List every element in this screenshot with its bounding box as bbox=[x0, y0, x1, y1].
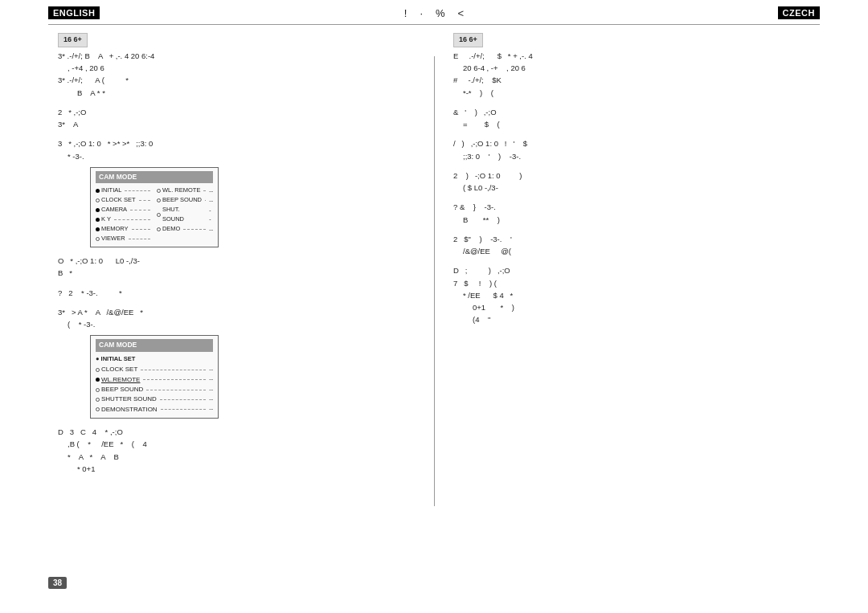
left-section3: 3 * ,-;O 1: 0 * >* >* ;;3: 0 * -3-. CAM … bbox=[58, 138, 424, 247]
cam-label-beep: BEEP SOUND bbox=[162, 195, 202, 205]
left-s7-l3: * A * A B bbox=[58, 452, 424, 463]
dot-demo bbox=[157, 227, 161, 231]
left-section2: 2 * ,-;O 3* A bbox=[58, 107, 424, 131]
dot2-beep bbox=[96, 388, 100, 392]
dot2-clock bbox=[96, 368, 100, 372]
cam-mode-title1: CAM MODE bbox=[96, 171, 213, 183]
dash13 bbox=[146, 390, 206, 390]
left-s1-l4: B A * * bbox=[58, 88, 424, 99]
right-s2-l2: = $ ( bbox=[453, 119, 810, 130]
cam-mode-box1: CAM MODE INITIAL CLOCK SET bbox=[90, 167, 219, 247]
dot-wlr bbox=[157, 189, 161, 193]
dot2-shutter bbox=[96, 398, 100, 402]
left-s7-l1: D 3 C 4 * ,-;O bbox=[58, 427, 424, 438]
left-section1: 16 6+ 3* .-/+/; B A + ,-. 4 20 6:-4 , -+… bbox=[58, 33, 424, 99]
cv8: -- bbox=[209, 395, 213, 404]
left-s6-l2: ( * -3-. bbox=[58, 319, 424, 330]
right-sec1-header: 16 6+ bbox=[453, 33, 483, 47]
cam-label-clock: CLOCK SET bbox=[101, 195, 136, 205]
cam-col-left1: INITIAL CLOCK SET CAMERA bbox=[96, 186, 152, 243]
cam-item-ky: K Y bbox=[96, 215, 152, 224]
right-s3-l1: / ) ,-;O 1: 0 ! ' $ bbox=[453, 138, 810, 149]
cam-mode-box2: CAM MODE ● INITIAL SET CLOCK SET -- WL.R… bbox=[90, 335, 219, 419]
page-container: ENGLISH ! · % < CZECH 16 6+ 3* .-/+/; B … bbox=[0, 0, 868, 613]
left-s2-l2: 3* A bbox=[58, 119, 424, 130]
cam2-item-demo: DEMONSTRATION -- bbox=[96, 405, 213, 415]
right-s5-l1: ? & } -3-. bbox=[453, 202, 810, 213]
cam-item-viewer: VIEWER bbox=[96, 234, 152, 243]
cam-col-right1: WL. REMOTE -- BEEP SOUND -- bbox=[157, 186, 213, 243]
cv9: -- bbox=[209, 405, 213, 414]
cv2: -- bbox=[209, 196, 213, 205]
cam-item-memory: MEMORY bbox=[96, 224, 152, 234]
cv7: -- bbox=[209, 386, 213, 394]
cam-item-wlremote: WL. REMOTE -- bbox=[157, 186, 213, 195]
dash4 bbox=[114, 219, 150, 220]
cam2-item-shutter: SHUTTER SOUND -- bbox=[96, 394, 213, 404]
left-s4-l1: O * ,-;O 1: 0 L0 -,/3- bbox=[58, 255, 424, 267]
cam-item-clockset: CLOCK SET bbox=[96, 195, 152, 205]
right-section2: & ' ) ,-;O = $ ( bbox=[453, 107, 810, 131]
dash12 bbox=[143, 379, 206, 380]
left-sec1-header: 16 6+ bbox=[58, 33, 88, 47]
exclaim-icon: ! bbox=[404, 7, 407, 19]
left-s2-l1: 2 * ,-;O bbox=[58, 107, 424, 118]
right-section3: / ) ,-;O 1: 0 ! ' $ ;;3: 0 ' ) -3-. bbox=[453, 138, 810, 162]
page-number: 38 bbox=[48, 577, 67, 589]
cam-label-camera: CAMERA bbox=[101, 205, 127, 215]
right-s7-l5: (4 " bbox=[453, 314, 810, 325]
right-s7-l3: * /EE $ 4 * bbox=[453, 290, 810, 301]
dash7 bbox=[203, 190, 206, 191]
cam-label-wlremote: WL. REMOTE bbox=[162, 186, 201, 195]
right-section7: D ; ) ,-;O 7 $ ! ) ( * /EE $ 4 * 0+1 * )… bbox=[453, 265, 810, 325]
dash3 bbox=[130, 210, 150, 210]
cam-item-initial: INITIAL bbox=[96, 186, 152, 195]
cam-mode-rows1: INITIAL CLOCK SET CAMERA bbox=[96, 186, 213, 243]
czech-badge: CZECH bbox=[778, 6, 820, 19]
cam-item-camera: CAMERA bbox=[96, 205, 152, 215]
right-s1-l4: *-* ) ( bbox=[453, 88, 810, 99]
right-s1-l3: # -./+/; $K bbox=[453, 75, 810, 86]
left-section4: O * ,-;O 1: 0 L0 -,/3- B * bbox=[58, 255, 424, 280]
cam-item-beep: BEEP SOUND -- bbox=[157, 195, 213, 205]
cam2-item-clock: CLOCK SET -- bbox=[96, 365, 213, 374]
dash5 bbox=[132, 229, 150, 230]
dot-clock bbox=[96, 198, 100, 202]
left-s6-l1: 3* > A * A /&@/EE * bbox=[58, 307, 424, 318]
cam-label-memory: MEMORY bbox=[101, 224, 129, 234]
cam-initial-set: ● INITIAL SET bbox=[96, 354, 213, 364]
percent-icon: % bbox=[436, 7, 445, 19]
right-s6-l2: /&@/EE @( bbox=[453, 246, 810, 257]
right-s7-l4: 0+1 * ) bbox=[453, 302, 810, 313]
header-bar: ENGLISH ! · % < CZECH bbox=[0, 0, 868, 22]
left-section7: D 3 C 4 * ,-;O ,B ( * /EE * ( 4 * A * A … bbox=[58, 427, 424, 475]
right-s6-l1: 2 $" ) -3-. ' bbox=[453, 234, 810, 245]
header-divider bbox=[48, 24, 820, 25]
columns: 16 6+ 3* .-/+/; B A + ,-. 4 20 6:-4 , -+… bbox=[0, 27, 868, 489]
dot-shut bbox=[157, 213, 161, 217]
dot-icon: · bbox=[420, 7, 423, 19]
dot-memory bbox=[96, 227, 100, 231]
dot-ky bbox=[96, 218, 100, 222]
left-s4-l2: B * bbox=[58, 268, 424, 279]
dot-camera bbox=[96, 208, 100, 212]
right-section5: ? & } -3-. B ** ) bbox=[453, 202, 810, 226]
cv5: -- bbox=[209, 366, 213, 374]
dash2 bbox=[139, 200, 151, 201]
left-s5-l1: ? 2 * -3-. * bbox=[58, 288, 424, 299]
right-s1-l2: 20 6-4 , -+ , 20 6 bbox=[453, 63, 810, 74]
cam2-label-demo: DEMONSTRATION bbox=[101, 405, 158, 415]
cam-label-viewer: VIEWER bbox=[101, 234, 125, 243]
cam-label-demo: DEMO bbox=[162, 224, 181, 234]
right-s4-l1: 2 ) -;O 1: 0 ) bbox=[453, 170, 810, 182]
cv4: -- bbox=[209, 225, 213, 234]
cam-label-ky: K Y bbox=[101, 215, 111, 224]
left-s7-l4: * 0+1 bbox=[58, 464, 424, 475]
cam2-item-beep: BEEP SOUND -- bbox=[96, 385, 213, 394]
dot-viewer bbox=[96, 237, 100, 241]
left-s7-l2: ,B ( * /EE * ( 4 bbox=[58, 439, 424, 450]
left-s3-l1: 3 * ,-;O 1: 0 * >* >* ;;3: 0 bbox=[58, 138, 424, 149]
left-s1-l1: 3* .-/+/; B A + ,-. 4 20 6:-4 bbox=[58, 51, 424, 62]
dash14 bbox=[160, 399, 206, 400]
cam-mode-title2: CAM MODE bbox=[96, 339, 213, 351]
